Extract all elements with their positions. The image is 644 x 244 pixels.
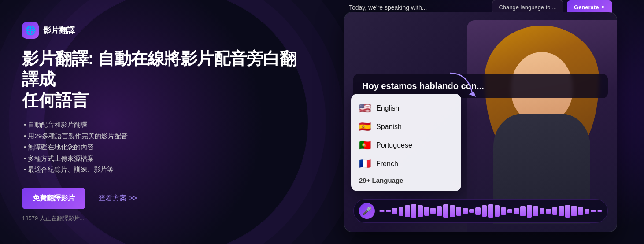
speaking-label: Today, we're speaking with...: [349, 4, 427, 11]
left-panel: 🌐 影片翻譯 影片翻譯: 自動在線將影片配音旁白翻譯成 任何語言 自動配音和影片…: [0, 0, 326, 244]
feature-item: 最適合紀錄片、訓練、影片等: [22, 164, 304, 175]
user-count: 18579 人正在翻譯影片...: [22, 214, 304, 222]
wave-bar: [597, 210, 603, 212]
wave-bar: [571, 206, 577, 216]
wave-bar: [418, 205, 423, 217]
lang-name: Spanish: [376, 123, 402, 131]
wave-bar: [399, 207, 404, 216]
cta-link-button[interactable]: 查看方案 >>: [99, 194, 137, 203]
feature-item: 多種方式上傳來源檔案: [22, 153, 304, 164]
wave-bar: [456, 207, 462, 216]
wave-bar: [559, 206, 564, 216]
wave-bar: [386, 210, 391, 212]
wave-bar: [443, 204, 448, 218]
video-area: Hoy estamos hablando con... 🇺🇸 English 🇪…: [344, 12, 617, 232]
lang-name: French: [376, 160, 398, 168]
lang-flag: 🇺🇸: [359, 104, 371, 113]
feature-item: 無障礙在地化您的內容: [22, 141, 304, 153]
feature-item: 用29多種語言製作完美的影片配音: [22, 130, 304, 142]
feature-item: 自動配音和影片翻譯: [22, 119, 304, 130]
wave-bar: [546, 209, 551, 214]
wave-bar: [527, 205, 532, 218]
wave-bar: [565, 205, 570, 218]
heading-line2: 任何語言: [22, 91, 88, 110]
mic-button[interactable]: 🎤: [359, 203, 375, 219]
waveform: [379, 203, 602, 219]
cta-primary-button[interactable]: 免費翻譯影片: [22, 188, 85, 209]
wave-bar: [469, 209, 474, 213]
wave-bar: [488, 204, 493, 218]
wave-bar: [424, 207, 429, 216]
lang-name: Portuguese: [376, 141, 412, 149]
wave-bar: [585, 209, 590, 214]
wave-bar: [552, 207, 558, 215]
wave-bar: [411, 204, 417, 218]
brand-icon-glyph: 🌐: [25, 25, 36, 36]
wave-bar: [520, 206, 526, 216]
lang-item[interactable]: 🇪🇸 Spanish: [351, 118, 461, 136]
wave-bar: [501, 207, 506, 215]
video-outer-card: Today, we're speaking with... Change lan…: [344, 12, 617, 232]
lang-flag: 🇫🇷: [359, 159, 371, 169]
wave-bar: [463, 208, 468, 214]
wave-bar: [405, 205, 410, 217]
brand-icon: 🌐: [22, 22, 39, 39]
wave-bar: [437, 206, 442, 216]
wave-bar: [507, 209, 513, 213]
brand-name: 影片翻譯: [43, 25, 75, 36]
person-figure: [480, 26, 603, 224]
lang-item[interactable]: 🇫🇷 French: [351, 155, 461, 173]
lang-flag: 🇵🇹: [359, 140, 371, 150]
wave-bar: [591, 210, 596, 212]
wave-bar: [392, 208, 397, 214]
wave-bar: [379, 210, 385, 212]
audio-waveform-bar: 🎤: [353, 199, 608, 223]
right-panel: Today, we're speaking with... Change lan…: [326, 0, 644, 244]
wave-bar: [578, 207, 583, 215]
page-container: 🌐 影片翻譯 影片翻譯: 自動在線將影片配音旁白翻譯成 任何語言 自動配音和影片…: [0, 0, 644, 244]
heading-line1: 影片翻譯: 自動在線將影片配音旁白翻譯成: [22, 49, 296, 89]
wave-bar: [514, 208, 519, 214]
brand-row: 🌐 影片翻譯: [22, 22, 304, 39]
wave-bar: [450, 205, 455, 217]
lang-item[interactable]: 🇺🇸 English: [351, 99, 461, 118]
lang-more: 29+ Language: [351, 173, 461, 186]
feature-list: 自動配音和影片翻譯用29多種語言製作完美的影片配音無障礙在地化您的內容多種方式上…: [22, 119, 304, 175]
wave-bar: [475, 207, 481, 215]
wave-bar: [430, 208, 436, 214]
wave-bar: [495, 205, 500, 217]
arrow-connector: [446, 69, 481, 101]
cta-row: 免費翻譯影片 查看方案 >>: [22, 188, 304, 209]
lang-flag: 🇪🇸: [359, 122, 371, 132]
main-heading: 影片翻譯: 自動在線將影片配音旁白翻譯成 任何語言: [22, 48, 304, 111]
lang-item[interactable]: 🇵🇹 Portuguese: [351, 136, 461, 155]
lang-name: English: [376, 104, 399, 112]
wave-bar: [482, 205, 487, 217]
wave-bar: [540, 208, 545, 214]
lang-dropdown: 🇺🇸 English 🇪🇸 Spanish 🇵🇹 Portuguese 🇫🇷 F…: [351, 94, 461, 191]
wave-bar: [533, 206, 538, 216]
